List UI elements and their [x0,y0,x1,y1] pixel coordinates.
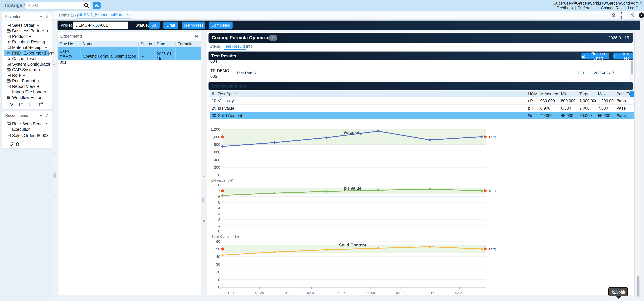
sidebar-splitter-grip[interactable] [54,195,56,199]
favorite-item-car-system[interactable]: CAR System+ [4,67,50,73]
menu-lookup-button[interactable] [93,2,100,9]
run-cell-name[interactable]: Test Run 5 [236,71,256,75]
column-line-no[interactable]: # [210,91,216,97]
preference-link[interactable]: Preference [578,6,596,10]
trash-icon[interactable] [15,142,20,146]
expand-panel-icon[interactable] [45,15,49,19]
status-filter-draft[interactable]: Draft [164,22,178,29]
run-cell-date[interactable]: 2026-02-17 [594,71,614,75]
collapse-panel-chevron-icon[interactable] [39,114,43,117]
page-scrollbar-thumb[interactable] [637,276,640,297]
sidebar-splitter-grip[interactable] [54,152,56,156]
refresh-chart-button[interactable]: Refresh Chart [582,53,609,59]
test-runs-scrollbar[interactable] [630,61,634,81]
column-name[interactable]: Name [81,41,138,47]
favorite-item-product[interactable]: Product+ [4,34,50,39]
favorite-item-role[interactable]: Role+ [4,73,50,78]
status-filter-in-progress[interactable]: In Progress [182,22,205,29]
expand-tree-icon[interactable] [9,102,14,107]
test-runs-scrollbar-thumb[interactable] [631,61,633,74]
column-doc-no[interactable]: Doc No [58,41,81,47]
result-line-row-viscosity[interactable]: 10ViscositycP980.000800.0001,000.0001,20… [210,97,634,105]
tab-close-icon[interactable]: × [126,12,129,17]
new-record-plus-icon[interactable]: + [38,79,40,83]
run-cell-doc-no[interactable]: TR-DEMO-005 [210,68,230,79]
collapse-all-icon[interactable] [630,13,634,17]
favorite-item-import-file-loader[interactable]: Import File Loader [4,89,50,95]
result-line-row-solid-content[interactable]: 30Solid Content%49.00045.00050.00055.000… [210,112,634,119]
new-record-plus-icon[interactable]: + [38,67,41,72]
svg-text:2: 2 [218,217,220,222]
new-record-plus-icon[interactable]: + [53,62,55,67]
new-record-plus-icon[interactable]: + [29,34,31,39]
search-icon[interactable] [84,3,90,8]
page-scrollbar[interactable] [636,32,640,296]
run-row-partial-doc-no[interactable]: 004 [210,60,217,64]
tab-home[interactable]: Home (17) [59,11,78,19]
status-filter-completed[interactable]: Completed [209,22,232,29]
feedback-link[interactable]: Feedback [556,6,573,10]
favorite-item-system-configurator[interactable]: System Configurator+ [4,62,50,67]
search-input[interactable] [25,3,84,8]
new-record-plus-icon[interactable]: + [37,84,40,89]
column-pass-fail[interactable]: Pass/Fail [614,91,630,97]
new-test-button[interactable]: + New Test [614,53,633,59]
experiment-detail-panel: Coating Formula Optimization IP 2026-01-… [207,32,634,295]
share-icon[interactable] [39,102,43,107]
favorite-item-rnd-experimentform[interactable]: RND_ExperimentForm [4,50,50,56]
column-status[interactable]: Status [138,41,155,47]
favorite-item-print-format[interactable]: Print Format+ [4,78,50,84]
favorite-item-business-partner[interactable]: Business Partner+ [4,28,50,34]
favorite-item-report-view[interactable]: Report View+ [4,84,50,89]
help-icon[interactable]: ? [639,13,644,18]
svg-text:800: 800 [214,142,220,147]
column-measured[interactable]: Measured [538,91,559,97]
tab-test-results[interactable]: Test Results [224,43,246,50]
change-role-link[interactable]: Change Role [601,6,624,10]
column-min[interactable]: Min [559,91,578,97]
top-bar: TopGiga Material SuperUser@GardenWorld.H… [0,0,644,11]
column-test-spec[interactable]: Test Spec [216,91,526,97]
favorite-item-sales-order[interactable]: Sales Order+ [4,23,50,28]
edit-icon[interactable] [29,102,33,107]
new-record-plus-icon[interactable]: + [23,73,26,78]
recent-item-role-web-service[interactable]: Role: Web Service Execution [4,121,50,132]
column-formula[interactable]: Formula [176,41,201,47]
tab-info[interactable]: Info [246,43,252,50]
folder-icon[interactable] [19,102,23,107]
status-filter-all[interactable]: All [149,22,160,29]
sidebar-collapse-handle[interactable] [54,173,56,178]
list-splitter-grip[interactable] [203,220,205,224]
new-record-plus-icon[interactable]: + [37,23,39,28]
column-date[interactable]: Date [155,41,176,47]
recent-item-sales-order-80003[interactable]: Sales Order: 80003 [4,133,50,138]
column-target[interactable]: Target [578,91,596,97]
global-search[interactable] [25,2,90,9]
refresh-icon[interactable] [9,142,14,146]
result-line-row-ph[interactable]: 20pH ValuepH6.9006.5007.0007.500Pass [210,105,634,112]
logout-link[interactable]: Log Out [628,6,642,10]
favorite-item-resubmit-posting[interactable]: Resubmit Posting [4,39,50,45]
run-cell-result[interactable]: CO [578,71,584,75]
favorite-item-material-receipt[interactable]: Material Receipt+ [4,45,50,50]
new-record-plus-icon[interactable]: + [46,29,49,33]
expand-panel-icon[interactable] [45,114,49,117]
column-max[interactable]: Max [596,91,614,97]
cell-formula [176,47,201,65]
new-record-plus-icon[interactable]: + [45,45,47,50]
tab-steps[interactable]: Steps [210,43,220,50]
favorite-item-workflow-editor[interactable]: Workflow Editor [4,95,50,100]
collapse-panel-chevron-icon[interactable] [39,15,43,19]
column-uom[interactable]: UOM [526,91,538,97]
project-field[interactable] [73,22,128,29]
list-collapse-handle[interactable] [202,197,204,203]
home-icon[interactable] [611,13,616,18]
collapse-panel-icon[interactable] [195,34,199,38]
favorite-item-cache-reset[interactable]: Cache Reset [4,56,50,62]
experiment-row-selected[interactable]: EXP-DEMO-001 Coating Formula Optimizatio… [58,47,201,61]
list-splitter-grip[interactable] [203,176,205,180]
project-input[interactable] [73,23,128,28]
tab-rnd-experimentform[interactable]: RND_ExperimentForm × [76,11,131,19]
window-icon [7,79,10,83]
open-windows-dropdown[interactable]: ▼ 1 [620,11,626,20]
